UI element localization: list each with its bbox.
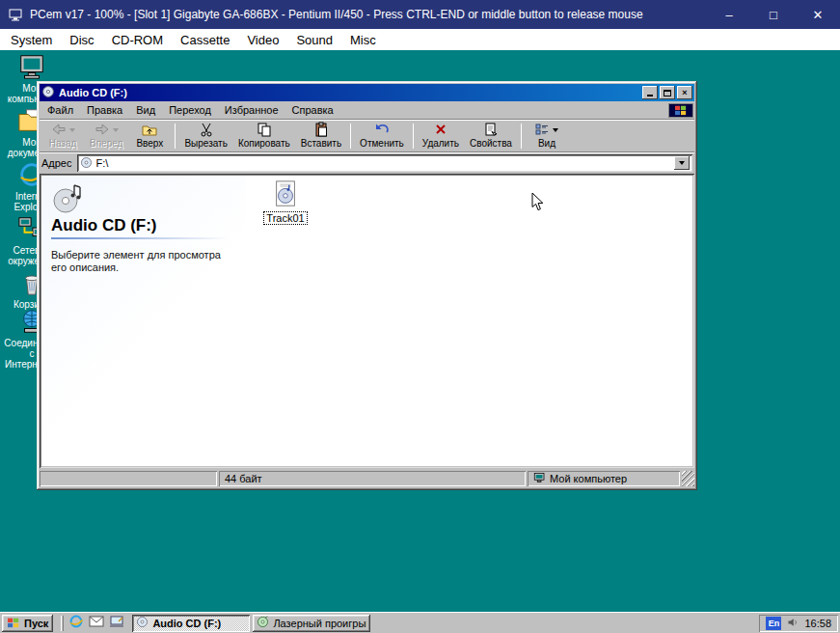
menu-view[interactable]: Вид: [129, 102, 162, 118]
task-button-audio-cd[interactable]: Audio CD (F:): [132, 615, 250, 632]
toolbar-separator: [521, 124, 522, 149]
explorer-close-button[interactable]: ×: [677, 86, 692, 99]
copy-button[interactable]: Копировать: [233, 121, 295, 151]
audio-cd-large-icon: [51, 181, 86, 218]
keyboard-layout-indicator[interactable]: En: [766, 617, 781, 630]
status-panel-size: 44 байт: [219, 471, 526, 486]
quick-launch: [56, 614, 129, 633]
properties-button[interactable]: Свойства: [465, 121, 517, 151]
explorer-window-title: Audio CD (F:): [59, 87, 127, 98]
system-tray: En 16:58: [759, 615, 838, 632]
tray-clock[interactable]: 16:58: [804, 618, 831, 629]
task-audio-cd-icon: [136, 616, 149, 630]
volume-icon[interactable]: [787, 617, 799, 630]
menu-file[interactable]: Файл: [41, 102, 80, 118]
explorer-window: Audio CD (F:) × Файл Правка Вид Переход …: [37, 81, 697, 490]
start-button[interactable]: Пуск: [2, 615, 53, 632]
forward-icon: [95, 122, 110, 139]
views-button[interactable]: Вид: [526, 121, 568, 151]
address-input[interactable]: F:\: [77, 154, 693, 172]
webview-title: Audio CD (F:): [51, 216, 157, 235]
menu-edit[interactable]: Правка: [80, 102, 129, 118]
undo-icon: [374, 122, 390, 139]
pcem-menu-cdrom[interactable]: CD-ROM: [103, 31, 172, 49]
back-icon: [51, 122, 67, 139]
pcem-window-title: PCem v17 - 100% - [Slot 1] Gigabyte GA-6…: [30, 8, 643, 21]
paste-button[interactable]: Вставить: [296, 121, 346, 151]
explorer-toolbar: Назад Вперед Вверх Вырезать Копировать: [40, 120, 694, 152]
pcem-menu-disc[interactable]: Disc: [61, 31, 102, 49]
pcem-menu-system[interactable]: System: [2, 31, 61, 49]
pcem-titlebar[interactable]: PCem v17 - 100% - [Slot 1] Gigabyte GA-6…: [0, 0, 840, 29]
file-label[interactable]: Track01: [263, 211, 307, 225]
explorer-maximize-button[interactable]: [660, 86, 675, 99]
address-drive-icon: [80, 156, 93, 171]
pcem-maximize-button[interactable]: □: [751, 0, 796, 29]
address-label: Адрес: [41, 157, 72, 169]
copy-icon: [257, 122, 272, 139]
webview-divider: [51, 237, 230, 239]
toolbar-separator: [175, 124, 176, 149]
toolbar-separator: [413, 124, 414, 149]
emulated-desktop[interactable]: Мой компьютер Мои документы Internet Exp…: [0, 50, 840, 612]
paste-icon: [313, 122, 329, 139]
ie-throbber-logo: [668, 103, 693, 118]
quick-launch-handle[interactable]: [61, 616, 64, 631]
mouse-cursor: [531, 192, 544, 215]
file-track01[interactable]: Track01: [256, 179, 315, 225]
webview-info-pane: Audio CD (F:) Выберите элемент для просм…: [41, 176, 246, 466]
pcem-minimize-button[interactable]: –: [707, 0, 751, 29]
explorer-minimize-button[interactable]: [642, 86, 658, 99]
pcem-menu-video[interactable]: Video: [238, 31, 287, 49]
menu-help[interactable]: Справка: [285, 102, 340, 118]
pcem-menu-misc[interactable]: Misc: [341, 31, 385, 49]
pcem-menubar: System Disc CD-ROM Cassette Video Sound …: [0, 29, 840, 50]
explorer-titlebar[interactable]: Audio CD (F:) ×: [40, 84, 694, 101]
quick-launch-show-desktop-icon[interactable]: [109, 614, 124, 633]
menu-go[interactable]: Переход: [162, 102, 218, 118]
pcem-caption-buttons: – □ ✕: [707, 0, 840, 29]
address-bar: Адрес F:\: [40, 152, 694, 174]
undo-button[interactable]: Отменить: [355, 121, 409, 151]
resize-grip[interactable]: [682, 471, 694, 486]
task-button-cd-player[interactable]: Лазерный проигрывател...: [253, 615, 370, 632]
pcem-menu-sound[interactable]: Sound: [287, 31, 341, 49]
taskbar: Пуск Audio CD (F:) Лазерный проигрывател…: [0, 612, 840, 633]
explorer-caption-buttons: ×: [642, 86, 692, 99]
properties-icon: [483, 122, 499, 139]
delete-button[interactable]: Удалить: [418, 121, 464, 151]
pcem-app-icon: [8, 7, 23, 22]
task-cd-player-icon: [257, 616, 269, 630]
up-button[interactable]: Вверх: [128, 121, 171, 151]
address-value: F:\: [96, 157, 109, 169]
explorer-menubar: Файл Правка Вид Переход Избранное Справк…: [40, 101, 694, 120]
forward-button[interactable]: Вперед: [85, 121, 127, 151]
cut-icon: [199, 122, 214, 139]
my-computer-icon: [17, 52, 46, 81]
address-dropdown-button[interactable]: [674, 156, 690, 170]
quick-launch-outlook-icon[interactable]: [89, 614, 104, 633]
toolbar-separator: [350, 124, 351, 149]
my-computer-mini-icon: [533, 472, 546, 485]
status-bar: 44 байт Мой компьютер: [40, 468, 694, 487]
up-icon: [142, 122, 157, 139]
windows-flag-icon: [7, 617, 20, 630]
audio-cd-icon: [41, 85, 55, 100]
pcem-close-button[interactable]: ✕: [796, 0, 840, 29]
back-button[interactable]: Назад: [41, 121, 84, 151]
quick-launch-ie-icon[interactable]: [68, 614, 84, 633]
webview-hint-text: Выберите элемент для просмотра его описа…: [51, 249, 225, 274]
views-icon: [534, 122, 550, 139]
cut-button[interactable]: Вырезать: [179, 121, 231, 151]
folder-content[interactable]: Audio CD (F:) Выберите элемент для просм…: [40, 174, 694, 468]
menu-favorites[interactable]: Избранное: [218, 102, 285, 118]
pcem-menu-cassette[interactable]: Cassette: [172, 31, 238, 49]
audio-track-icon: [271, 179, 300, 210]
status-panel-zone: Мой компьютер: [528, 471, 680, 486]
status-panel-left: [40, 471, 217, 486]
delete-icon: [433, 122, 448, 139]
